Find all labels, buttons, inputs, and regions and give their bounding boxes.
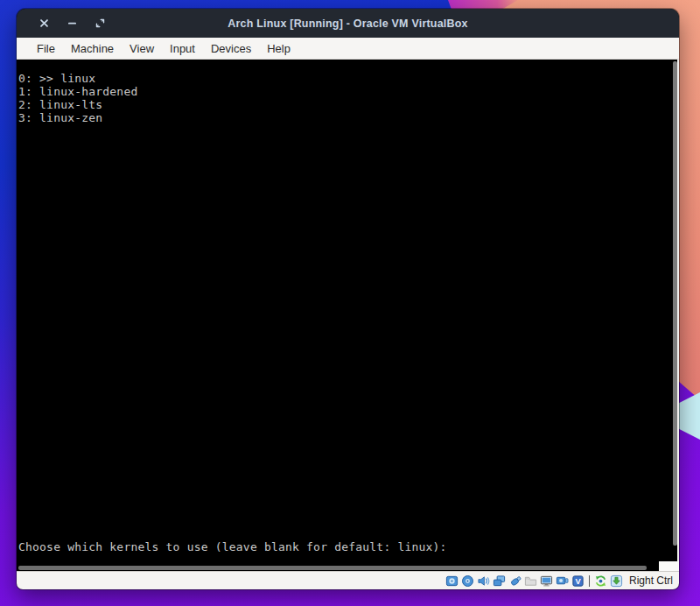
kernel-selection-list: 0: >> linux 1: linux-hardened 2: linux-l… <box>18 72 137 124</box>
minimize-icon[interactable] <box>67 18 77 28</box>
keyboard-capture-icon[interactable] <box>610 574 623 588</box>
usb-icon[interactable] <box>508 574 522 588</box>
vm-console-screen[interactable]: 0: >> linux 1: linux-hardened 2: linux-l… <box>17 60 679 571</box>
vertical-scrollbar-track <box>677 60 679 565</box>
statusbar: V Right Ctrl <box>17 571 679 589</box>
menu-view[interactable]: View <box>122 39 162 58</box>
close-icon[interactable] <box>39 18 49 28</box>
kernel-option-linux-zen: 3: linux-zen <box>18 111 137 124</box>
kernel-prompt-line: Choose which kernels to use (leave blank… <box>18 540 447 553</box>
restore-icon[interactable] <box>95 18 105 28</box>
window-controls <box>39 9 105 38</box>
menu-machine[interactable]: Machine <box>63 39 122 58</box>
horizontal-scrollbar[interactable] <box>17 565 659 571</box>
network-icon[interactable] <box>493 574 506 588</box>
audio-icon[interactable] <box>477 574 490 588</box>
vertical-scrollbar[interactable] <box>672 60 679 565</box>
shared-folders-icon[interactable] <box>524 574 537 588</box>
mouse-integration-icon[interactable] <box>594 574 607 588</box>
menu-help[interactable]: Help <box>259 39 298 58</box>
menu-file[interactable]: File <box>29 39 63 58</box>
optical-drives-icon[interactable] <box>461 574 474 588</box>
display-icon[interactable] <box>540 574 553 588</box>
menu-input[interactable]: Input <box>162 39 203 58</box>
recording-icon[interactable] <box>556 574 569 588</box>
host-key-label: Right Ctrl <box>629 574 673 587</box>
vertical-scrollbar-thumb[interactable] <box>673 61 677 546</box>
kernel-option-linux-lts: 2: linux-lts <box>18 98 137 111</box>
menu-devices[interactable]: Devices <box>203 39 259 58</box>
statusbar-separator <box>589 575 590 587</box>
svg-text:V: V <box>575 577 581 586</box>
scrollbar-corner <box>659 561 679 571</box>
titlebar[interactable]: Arch Linux [Running] - Oracle VM Virtual… <box>17 9 679 38</box>
kernel-option-linux: 0: >> linux <box>18 72 137 85</box>
horizontal-scrollbar-thumb[interactable] <box>18 566 647 570</box>
hard-disks-icon[interactable] <box>445 574 458 588</box>
menubar: File Machine View Input Devices Help <box>17 38 679 60</box>
window-title: Arch Linux [Running] - Oracle VM Virtual… <box>228 18 467 30</box>
kernel-option-linux-hardened: 1: linux-hardened <box>18 85 137 98</box>
virtualbox-window: Arch Linux [Running] - Oracle VM Virtual… <box>17 9 679 589</box>
features-icon[interactable]: V <box>571 574 584 588</box>
